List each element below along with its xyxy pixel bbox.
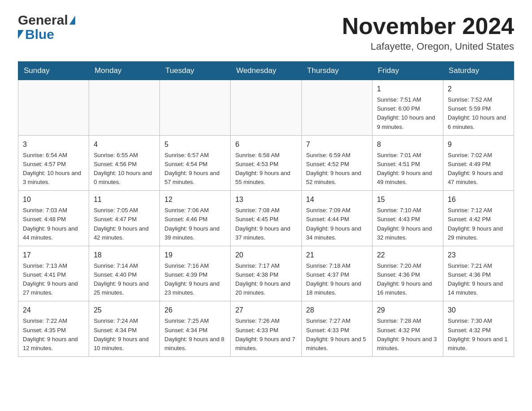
calendar-cell: 3Sunrise: 6:54 AM Sunset: 4:57 PM Daylig…	[18, 135, 89, 191]
header-monday: Monday	[89, 62, 160, 80]
day-number: 20	[235, 250, 296, 261]
day-info: Sunrise: 7:51 AM Sunset: 6:00 PM Dayligh…	[377, 95, 438, 132]
calendar-cell	[301, 80, 372, 136]
day-info: Sunrise: 7:20 AM Sunset: 4:36 PM Dayligh…	[377, 261, 438, 298]
calendar-cell: 15Sunrise: 7:10 AM Sunset: 4:43 PM Dayli…	[372, 191, 443, 246]
calendar-cell: 11Sunrise: 7:05 AM Sunset: 4:47 PM Dayli…	[89, 191, 160, 246]
day-info: Sunrise: 7:28 AM Sunset: 4:32 PM Dayligh…	[377, 317, 438, 353]
day-number: 30	[448, 305, 509, 316]
day-number: 7	[306, 139, 368, 150]
header-saturday: Saturday	[443, 62, 514, 80]
logo: General Blue	[18, 13, 75, 42]
day-number: 10	[23, 194, 84, 205]
calendar-cell: 23Sunrise: 7:21 AM Sunset: 4:36 PM Dayli…	[443, 246, 514, 301]
day-info: Sunrise: 7:06 AM Sunset: 4:46 PM Dayligh…	[164, 206, 226, 242]
day-number: 17	[23, 250, 84, 261]
calendar-row-3: 17Sunrise: 7:13 AM Sunset: 4:41 PM Dayli…	[18, 246, 514, 301]
day-number: 12	[164, 194, 226, 205]
day-number: 2	[448, 84, 509, 94]
logo-blue-text: Blue	[25, 27, 54, 42]
calendar-cell: 16Sunrise: 7:12 AM Sunset: 4:42 PM Dayli…	[443, 191, 514, 246]
calendar-cell: 4Sunrise: 6:55 AM Sunset: 4:56 PM Daylig…	[89, 135, 160, 191]
calendar-cell: 14Sunrise: 7:09 AM Sunset: 4:44 PM Dayli…	[301, 191, 372, 246]
calendar-cell: 28Sunrise: 7:27 AM Sunset: 4:33 PM Dayli…	[301, 301, 372, 357]
calendar-cell: 19Sunrise: 7:16 AM Sunset: 4:39 PM Dayli…	[160, 246, 231, 301]
day-info: Sunrise: 7:22 AM Sunset: 4:35 PM Dayligh…	[23, 317, 84, 353]
day-number: 19	[164, 250, 226, 261]
calendar-cell: 21Sunrise: 7:18 AM Sunset: 4:37 PM Dayli…	[301, 246, 372, 301]
day-info: Sunrise: 7:26 AM Sunset: 4:33 PM Dayligh…	[235, 317, 296, 353]
calendar-cell: 2Sunrise: 7:52 AM Sunset: 5:59 PM Daylig…	[443, 80, 514, 136]
day-number: 13	[235, 194, 296, 205]
day-info: Sunrise: 7:24 AM Sunset: 4:34 PM Dayligh…	[94, 317, 155, 353]
calendar-row-4: 24Sunrise: 7:22 AM Sunset: 4:35 PM Dayli…	[18, 301, 514, 357]
calendar-cell	[18, 80, 89, 136]
calendar-cell: 22Sunrise: 7:20 AM Sunset: 4:36 PM Dayli…	[372, 246, 443, 301]
calendar-cell	[89, 80, 160, 136]
day-info: Sunrise: 7:05 AM Sunset: 4:47 PM Dayligh…	[94, 206, 155, 242]
day-info: Sunrise: 7:21 AM Sunset: 4:36 PM Dayligh…	[448, 261, 509, 298]
day-info: Sunrise: 7:10 AM Sunset: 4:43 PM Dayligh…	[377, 206, 438, 242]
calendar-cell: 5Sunrise: 6:57 AM Sunset: 4:54 PM Daylig…	[160, 135, 231, 191]
day-number: 1	[377, 84, 438, 94]
day-number: 26	[164, 305, 226, 316]
title-block: November 2024 Lafayette, Oregon, United …	[342, 13, 514, 52]
day-number: 9	[448, 139, 509, 150]
day-number: 24	[23, 305, 84, 316]
day-number: 29	[377, 305, 438, 316]
day-info: Sunrise: 7:52 AM Sunset: 5:59 PM Dayligh…	[448, 95, 509, 132]
day-number: 27	[235, 305, 296, 316]
day-number: 18	[94, 250, 155, 261]
page-header: General Blue November 2024 Lafayette, Or…	[18, 13, 514, 52]
calendar-row-1: 3Sunrise: 6:54 AM Sunset: 4:57 PM Daylig…	[18, 135, 514, 191]
calendar-cell: 6Sunrise: 6:58 AM Sunset: 4:53 PM Daylig…	[231, 135, 301, 191]
day-number: 3	[23, 139, 84, 150]
day-number: 11	[94, 194, 155, 205]
calendar-cell: 8Sunrise: 7:01 AM Sunset: 4:51 PM Daylig…	[372, 135, 443, 191]
day-number: 28	[306, 305, 368, 316]
day-info: Sunrise: 7:03 AM Sunset: 4:48 PM Dayligh…	[23, 206, 84, 242]
weekday-header-row: Sunday Monday Tuesday Wednesday Thursday…	[18, 62, 514, 80]
header-sunday: Sunday	[18, 62, 89, 80]
day-number: 22	[377, 250, 438, 261]
header-thursday: Thursday	[301, 62, 372, 80]
day-number: 14	[306, 194, 368, 205]
day-info: Sunrise: 7:16 AM Sunset: 4:39 PM Dayligh…	[164, 261, 226, 298]
calendar-cell: 17Sunrise: 7:13 AM Sunset: 4:41 PM Dayli…	[18, 246, 89, 301]
calendar-table: Sunday Monday Tuesday Wednesday Thursday…	[18, 61, 514, 357]
day-info: Sunrise: 7:14 AM Sunset: 4:40 PM Dayligh…	[94, 261, 155, 298]
day-number: 23	[448, 250, 509, 261]
calendar-cell	[231, 80, 301, 136]
day-info: Sunrise: 7:01 AM Sunset: 4:51 PM Dayligh…	[377, 151, 438, 187]
calendar-cell: 30Sunrise: 7:30 AM Sunset: 4:32 PM Dayli…	[443, 301, 514, 357]
header-friday: Friday	[372, 62, 443, 80]
calendar-cell: 1Sunrise: 7:51 AM Sunset: 6:00 PM Daylig…	[372, 80, 443, 136]
day-info: Sunrise: 7:02 AM Sunset: 4:49 PM Dayligh…	[448, 151, 509, 187]
day-info: Sunrise: 6:54 AM Sunset: 4:57 PM Dayligh…	[23, 151, 84, 187]
day-info: Sunrise: 7:17 AM Sunset: 4:38 PM Dayligh…	[235, 261, 296, 298]
day-info: Sunrise: 7:13 AM Sunset: 4:41 PM Dayligh…	[23, 261, 84, 298]
calendar-title: November 2024	[342, 13, 514, 39]
day-number: 5	[164, 139, 226, 150]
day-number: 16	[448, 194, 509, 205]
day-info: Sunrise: 6:58 AM Sunset: 4:53 PM Dayligh…	[235, 151, 296, 187]
calendar-cell: 18Sunrise: 7:14 AM Sunset: 4:40 PM Dayli…	[89, 246, 160, 301]
day-info: Sunrise: 6:57 AM Sunset: 4:54 PM Dayligh…	[164, 151, 226, 187]
day-info: Sunrise: 7:09 AM Sunset: 4:44 PM Dayligh…	[306, 206, 368, 242]
day-number: 6	[235, 139, 296, 150]
calendar-cell: 24Sunrise: 7:22 AM Sunset: 4:35 PM Dayli…	[18, 301, 89, 357]
calendar-cell: 20Sunrise: 7:17 AM Sunset: 4:38 PM Dayli…	[231, 246, 301, 301]
calendar-row-2: 10Sunrise: 7:03 AM Sunset: 4:48 PM Dayli…	[18, 191, 514, 246]
calendar-cell: 25Sunrise: 7:24 AM Sunset: 4:34 PM Dayli…	[89, 301, 160, 357]
day-info: Sunrise: 7:18 AM Sunset: 4:37 PM Dayligh…	[306, 261, 368, 298]
day-number: 25	[94, 305, 155, 316]
calendar-cell: 26Sunrise: 7:25 AM Sunset: 4:34 PM Dayli…	[160, 301, 231, 357]
calendar-cell: 13Sunrise: 7:08 AM Sunset: 4:45 PM Dayli…	[231, 191, 301, 246]
calendar-cell: 12Sunrise: 7:06 AM Sunset: 4:46 PM Dayli…	[160, 191, 231, 246]
day-number: 4	[94, 139, 155, 150]
day-info: Sunrise: 6:59 AM Sunset: 4:52 PM Dayligh…	[306, 151, 368, 187]
day-info: Sunrise: 6:55 AM Sunset: 4:56 PM Dayligh…	[94, 151, 155, 187]
day-number: 21	[306, 250, 368, 261]
calendar-cell: 27Sunrise: 7:26 AM Sunset: 4:33 PM Dayli…	[231, 301, 301, 357]
day-number: 15	[377, 194, 438, 205]
